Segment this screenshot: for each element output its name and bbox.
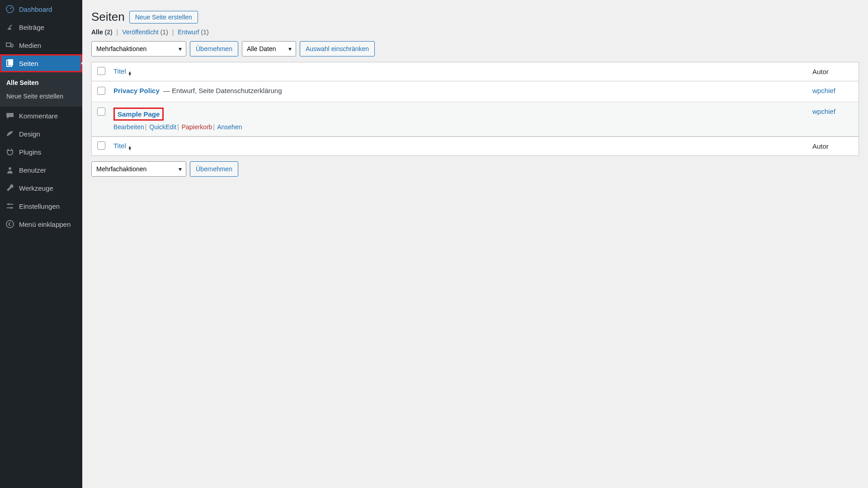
sidebar-label: Beiträge — [19, 23, 44, 31]
row-actions: Bearbeiten| QuickEdit| Papierkorb| Anseh… — [113, 123, 812, 131]
row-checkbox[interactable] — [97, 87, 105, 95]
filter-draft[interactable]: Entwurf (1) — [178, 28, 208, 36]
status-filters: Alle (2) | Veröffentlicht (1) | Entwurf … — [91, 28, 859, 36]
sidebar-item-plugins[interactable]: Plugins — [0, 143, 82, 161]
col-title[interactable]: Titel — [113, 142, 126, 150]
table-row: Privacy Policy — Entwurf, Seite Datensch… — [92, 81, 859, 102]
action-trash[interactable]: Papierkorb — [182, 123, 212, 131]
submenu-all-pages[interactable]: Alle Seiten — [0, 76, 82, 89]
plug-icon — [5, 147, 14, 156]
svg-point-4 — [10, 44, 13, 47]
dashboard-icon — [5, 5, 14, 14]
row-title-link[interactable]: Sample Page — [113, 108, 164, 121]
admin-sidebar: Dashboard Beiträge Medien Seiten Alle Se… — [0, 0, 82, 488]
submenu-new-page[interactable]: Neue Seite erstellen — [0, 89, 82, 103]
col-author: Autor — [812, 142, 853, 150]
collapse-icon — [5, 220, 14, 229]
svg-rect-6 — [8, 59, 13, 66]
sidebar-label: Design — [19, 130, 40, 138]
row-status-suffix: — Entwurf, Seite Datenschutzerklärung — [161, 87, 282, 94]
sidebar-label: Medien — [19, 42, 41, 49]
filter-button[interactable]: Auswahl einschränken — [300, 41, 375, 56]
sidebar-collapse[interactable]: Menü einklappen — [0, 215, 82, 233]
sidebar-label: Einstellungen — [19, 202, 60, 210]
apply-button-bottom[interactable]: Übernehmen — [190, 161, 238, 177]
pages-icon — [5, 59, 14, 68]
wrench-icon — [5, 183, 14, 192]
user-icon — [5, 165, 14, 174]
table-row: Sample Page Bearbeiten| QuickEdit| Papie… — [92, 102, 859, 136]
author-link[interactable]: wpchief — [812, 108, 835, 115]
select-all-checkbox-bottom[interactable] — [97, 141, 105, 150]
pages-table: Titel▲▼ Autor Privacy Policy — Entwurf, … — [91, 62, 859, 156]
pin-icon — [5, 23, 14, 32]
comment-icon — [5, 111, 14, 120]
sidebar-label: Werkzeuge — [19, 184, 53, 192]
main-content: Seiten Neue Seite erstellen Alle (2) | V… — [82, 0, 868, 488]
sidebar-label: Benutzer — [19, 166, 46, 174]
svg-point-12 — [6, 221, 14, 228]
svg-point-10 — [8, 203, 9, 205]
sort-icon: ▲▼ — [128, 146, 132, 150]
new-page-button[interactable]: Neue Seite erstellen — [129, 11, 198, 23]
sliders-icon — [5, 202, 14, 211]
sidebar-item-dashboard[interactable]: Dashboard — [0, 0, 82, 18]
sidebar-label: Menü einklappen — [19, 221, 71, 228]
bulk-action-select[interactable]: Mehrfachaktionen — [91, 41, 186, 56]
sidebar-label: Plugins — [19, 148, 41, 156]
sidebar-label: Kommentare — [19, 112, 58, 120]
media-icon — [5, 41, 14, 50]
svg-line-1 — [10, 7, 12, 9]
sort-icon: ▲▼ — [128, 71, 132, 76]
brush-icon — [5, 129, 14, 138]
date-filter-select[interactable]: Alle Daten — [242, 41, 296, 56]
sidebar-label: Dashboard — [19, 5, 52, 13]
pages-submenu: Alle Seiten Neue Seite erstellen — [0, 72, 82, 107]
author-link[interactable]: wpchief — [812, 87, 835, 94]
sidebar-item-pages[interactable]: Seiten — [0, 54, 82, 72]
sidebar-item-appearance[interactable]: Design — [0, 125, 82, 143]
action-quickedit[interactable]: QuickEdit — [149, 123, 176, 131]
col-title[interactable]: Titel — [113, 67, 126, 75]
sidebar-item-media[interactable]: Medien — [0, 36, 82, 54]
svg-line-2 — [9, 25, 12, 27]
row-title-link[interactable]: Privacy Policy — [113, 87, 160, 94]
sidebar-item-tools[interactable]: Werkzeuge — [0, 179, 82, 197]
select-all-checkbox[interactable] — [97, 67, 105, 75]
sidebar-item-posts[interactable]: Beiträge — [0, 18, 82, 36]
row-checkbox[interactable] — [97, 108, 105, 116]
filter-all[interactable]: Alle (2) — [91, 28, 113, 36]
action-view[interactable]: Ansehen — [217, 123, 242, 131]
svg-point-11 — [10, 207, 12, 209]
filter-published[interactable]: Veröffentlicht (1) — [122, 28, 168, 36]
action-edit[interactable]: Bearbeiten — [113, 123, 144, 131]
sidebar-item-comments[interactable]: Kommentare — [0, 107, 82, 125]
apply-button[interactable]: Übernehmen — [190, 41, 238, 56]
page-title: Seiten — [91, 10, 125, 24]
sidebar-label: Seiten — [19, 60, 38, 67]
sidebar-item-users[interactable]: Benutzer — [0, 161, 82, 179]
col-author: Autor — [812, 68, 853, 75]
bulk-action-select-bottom[interactable]: Mehrfachaktionen — [91, 161, 186, 177]
sidebar-item-settings[interactable]: Einstellungen — [0, 197, 82, 215]
svg-point-7 — [9, 167, 11, 170]
